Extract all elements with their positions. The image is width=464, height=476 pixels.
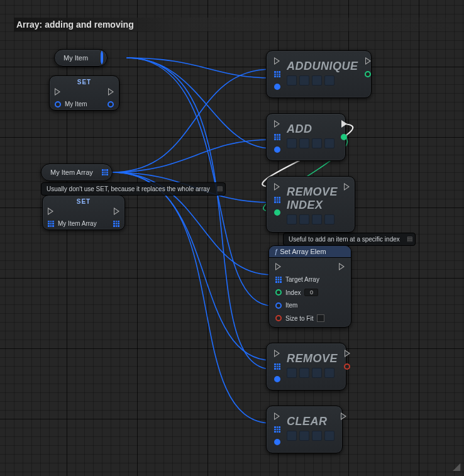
comment-icon: ▤ bbox=[217, 185, 223, 192]
comment-icon: ▤ bbox=[407, 235, 412, 242]
item-in-pin[interactable] bbox=[274, 147, 280, 153]
array-node-addUnique[interactable]: ADDUNIQUE bbox=[266, 50, 372, 98]
resize-handle-icon[interactable]: ◢ bbox=[453, 460, 460, 472]
exec-in-pin[interactable] bbox=[274, 120, 280, 128]
array-decoration bbox=[287, 138, 334, 148]
exec-in-pin[interactable] bbox=[274, 350, 280, 357]
item-in-pin[interactable] bbox=[274, 84, 280, 90]
exec-out-pin[interactable] bbox=[345, 350, 350, 357]
set-node-my-item[interactable]: SET My Item bbox=[49, 75, 119, 111]
array-in-pin[interactable] bbox=[274, 363, 280, 370]
array-in-pin[interactable] bbox=[274, 197, 280, 203]
array-node-removeIdx[interactable]: REMOVEINDEX bbox=[266, 176, 355, 233]
exec-out-pin[interactable] bbox=[108, 88, 114, 96]
array-node-clear[interactable]: CLEAR bbox=[266, 406, 343, 453]
exec-out-pin[interactable] bbox=[344, 183, 350, 191]
return-pin[interactable] bbox=[341, 134, 347, 140]
array-node-add[interactable]: ADD bbox=[266, 113, 346, 161]
set-header: SET bbox=[50, 76, 119, 86]
node-title: REMOVEINDEX bbox=[287, 185, 338, 212]
exec-in-pin[interactable] bbox=[48, 208, 53, 215]
item-pin[interactable]: Item bbox=[275, 302, 345, 309]
array-decoration bbox=[287, 75, 358, 86]
set-header: SET bbox=[43, 196, 124, 205]
node-title: CLEAR bbox=[287, 415, 334, 428]
variable-label: My Item Array bbox=[50, 169, 93, 176]
variable-label: My Item bbox=[64, 54, 88, 62]
item-in-pin[interactable] bbox=[274, 376, 280, 382]
target-array-pin[interactable]: Target Array bbox=[275, 276, 345, 283]
set-array-elem-node[interactable]: Set Array Elem Target Array Index0 Item … bbox=[268, 245, 351, 328]
value-out-pin[interactable] bbox=[113, 221, 119, 227]
index-in-pin[interactable] bbox=[274, 209, 280, 216]
exec-out-pin[interactable] bbox=[114, 208, 119, 215]
node-title: ADD bbox=[287, 123, 334, 136]
variable-node-my-item[interactable]: My Item bbox=[54, 49, 108, 67]
return-pin[interactable] bbox=[344, 363, 350, 370]
node-title: ADDUNIQUE bbox=[287, 60, 358, 73]
value-in-pin[interactable]: My Item bbox=[55, 101, 87, 108]
item-in-pin[interactable] bbox=[274, 439, 280, 445]
graph-title: Array: adding and removing bbox=[14, 18, 450, 31]
return-pin[interactable] bbox=[365, 71, 371, 77]
size-to-fit-checkbox[interactable] bbox=[317, 314, 324, 322]
array-node-remove[interactable]: REMOVE bbox=[266, 343, 346, 390]
exec-out-pin[interactable] bbox=[341, 120, 347, 128]
node-title: REMOVE bbox=[287, 352, 338, 365]
array-in-pin[interactable] bbox=[274, 426, 280, 433]
node-title: Set Array Elem bbox=[269, 246, 351, 258]
exec-in-pin[interactable] bbox=[275, 263, 281, 270]
value-in-pin[interactable]: My Item Array bbox=[48, 220, 97, 227]
exec-out-pin[interactable] bbox=[339, 263, 345, 270]
exec-in-pin[interactable] bbox=[55, 88, 60, 96]
exec-out-pin[interactable] bbox=[365, 57, 371, 65]
index-pin[interactable]: Index0 bbox=[275, 289, 345, 296]
exec-in-pin[interactable] bbox=[274, 183, 280, 191]
array-decoration bbox=[287, 431, 334, 441]
comment-set-array-elem: Useful to add an item at a specific inde… bbox=[283, 233, 416, 246]
set-node-my-item-array[interactable]: SET My Item Array bbox=[42, 195, 125, 230]
exec-in-pin[interactable] bbox=[274, 57, 280, 65]
value-out-pin[interactable] bbox=[108, 101, 114, 108]
output-pin[interactable] bbox=[101, 52, 103, 64]
array-in-pin[interactable] bbox=[274, 134, 280, 140]
exec-out-pin[interactable] bbox=[341, 412, 346, 420]
comment-set-warning: Usually don't use SET, because it replac… bbox=[41, 182, 226, 196]
size-to-fit-pin[interactable]: Size to Fit bbox=[275, 314, 345, 322]
variable-node-my-item-array[interactable]: My Item Array bbox=[41, 163, 113, 181]
output-pin[interactable] bbox=[102, 169, 108, 175]
array-decoration bbox=[287, 214, 338, 224]
array-in-pin[interactable] bbox=[274, 71, 280, 77]
exec-in-pin[interactable] bbox=[274, 412, 280, 420]
array-decoration bbox=[287, 368, 338, 378]
